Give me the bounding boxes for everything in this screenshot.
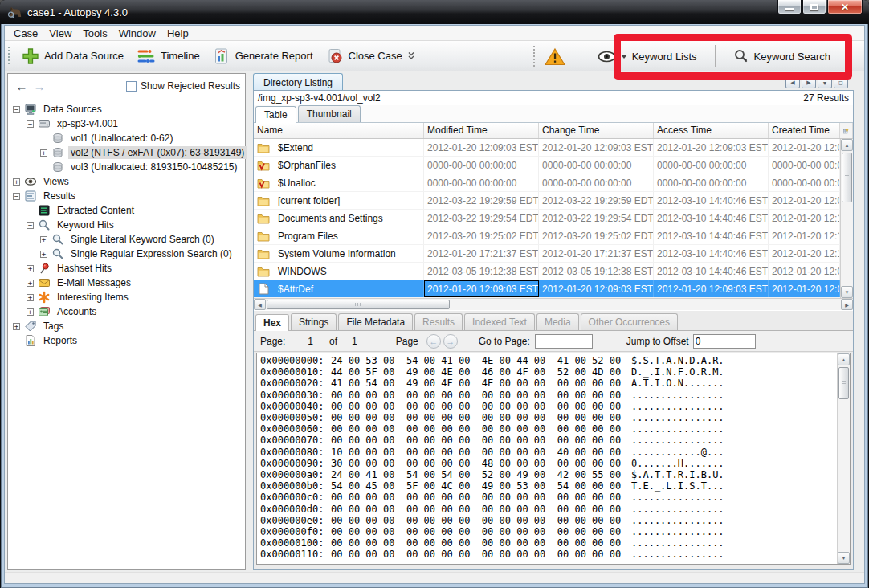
menu-item[interactable]: View [43, 27, 77, 40]
show-rejected-checkbox[interactable] [126, 81, 137, 92]
menu-item[interactable]: Case [8, 27, 43, 40]
tree-item-label[interactable]: Views [41, 175, 71, 188]
toolbar-grip[interactable] [8, 47, 10, 66]
tree-expander-icon[interactable] [40, 149, 47, 157]
panel-menu-icon[interactable]: ▼ [818, 77, 832, 88]
menu-item[interactable]: Tools [77, 27, 112, 40]
tree-item[interactable]: Data Sources [8, 102, 245, 116]
column-header-name[interactable]: Name [254, 123, 424, 138]
tree-item[interactable]: Single Regular Expression Search (0) [8, 247, 245, 261]
customize-columns-button[interactable] [840, 123, 853, 138]
tree-expander-icon[interactable] [13, 193, 20, 200]
maximize-button[interactable] [802, 0, 826, 14]
table-row[interactable]: $Unalloc 0000-00-00 00:00:00 0000-00-00 … [254, 174, 853, 192]
tree-item-label[interactable]: Extracted Content [55, 204, 137, 217]
add-data-source-button[interactable]: Add Data Source [15, 44, 130, 68]
scroll-up-icon[interactable]: ▲ [838, 353, 850, 365]
table-vertical-scrollbar[interactable]: ▲ ▼ [840, 139, 853, 298]
next-page-button[interactable]: → [443, 334, 458, 349]
scroll-thumb[interactable] [842, 153, 852, 202]
tree-item[interactable]: Keyword Hits [8, 218, 245, 232]
tree-expander-icon[interactable] [27, 265, 34, 272]
table-row[interactable]: $OrphanFiles 0000-00-00 00:00:00 0000-00… [254, 157, 853, 174]
viewer-tab[interactable]: Hex [255, 314, 289, 331]
column-header-access[interactable]: Access Time [654, 123, 769, 138]
column-header-modified[interactable]: Modified Time [424, 123, 539, 138]
viewer-tab[interactable]: Media [536, 313, 579, 330]
scroll-right-icon[interactable]: ▶ [841, 299, 853, 310]
tree-item-label[interactable]: vol3 (Unallocated: 8193150-10485215) [68, 161, 240, 174]
tree-item-label[interactable]: Keyword Hits [55, 218, 116, 231]
tree-expander-icon[interactable] [13, 323, 20, 330]
scroll-left-icon[interactable]: ◀ [254, 299, 266, 310]
goto-page-input[interactable] [535, 334, 593, 349]
tree-item-label[interactable]: Data Sources [41, 103, 104, 116]
tree-expander-icon[interactable] [40, 251, 47, 258]
generate-report-button[interactable]: Generate Report [206, 44, 320, 68]
table-row[interactable]: $Extend 2012-01-20 12:09:03 EST 2012-01-… [254, 139, 853, 157]
tree-item[interactable]: xp-sp3-v4.001 [8, 116, 245, 131]
tree-item[interactable]: Interesting Items [8, 290, 245, 304]
tree-item-label[interactable]: Accounts [55, 305, 99, 318]
column-header-created[interactable]: Created Time [769, 123, 840, 138]
tree-item-label[interactable]: Tags [41, 320, 66, 333]
tree-expander-icon[interactable] [27, 120, 34, 128]
tree-expander-icon[interactable] [27, 294, 34, 301]
keyword-lists-button[interactable]: Keyword Lists [591, 47, 704, 66]
jump-to-offset-input[interactable] [693, 334, 756, 349]
view-tab[interactable]: Table [255, 106, 296, 123]
tree-expander-icon[interactable] [40, 236, 47, 243]
scroll-up-icon[interactable]: ▲ [841, 139, 853, 151]
viewer-tab[interactable]: Other Occurrences [581, 313, 678, 330]
tree-item[interactable]: vol1 (Unallocated: 0-62) [8, 131, 245, 145]
scroll-thumb[interactable] [838, 367, 849, 399]
scroll-down-icon[interactable]: ▼ [841, 286, 853, 298]
warning-icon[interactable] [545, 47, 565, 66]
viewer-tab[interactable]: Indexed Text [464, 313, 535, 330]
tree-item[interactable]: Accounts [8, 304, 245, 319]
table-horizontal-scrollbar[interactable]: ◀ ▶ [254, 298, 853, 310]
tree-item-label[interactable]: Interesting Items [55, 291, 131, 304]
prev-page-button[interactable]: ← [426, 334, 441, 349]
tree-item-label[interactable]: Single Regular Expression Search (0) [68, 247, 235, 260]
panel-prev-icon[interactable]: ◀ [785, 77, 800, 88]
tree-expander-icon[interactable] [13, 106, 20, 113]
viewer-tab[interactable]: Strings [291, 313, 337, 330]
table-row[interactable]: [current folder] 2012-03-22 19:29:59 EDT… [254, 192, 853, 210]
view-tab[interactable]: Thumbnail [298, 105, 361, 122]
overflow-chevron-icon[interactable] [407, 51, 415, 61]
scroll-down-icon[interactable]: ▼ [838, 552, 850, 564]
panel-next-icon[interactable]: ▶ [802, 77, 816, 88]
table-row[interactable]: Program Files 2012-03-20 19:25:02 EDT 20… [254, 227, 853, 245]
forward-button[interactable]: → [31, 78, 48, 94]
tab-directory-listing[interactable]: Directory Listing [253, 73, 343, 91]
tree-item[interactable]: E-Mail Messages [8, 276, 245, 290]
menu-item[interactable]: Window [113, 27, 161, 40]
tree-item[interactable]: Results [8, 189, 245, 203]
viewer-tab[interactable]: Results [414, 313, 463, 330]
close-button[interactable]: ✕ [827, 0, 863, 14]
menu-item[interactable]: Help [161, 27, 194, 40]
tree-item-label[interactable]: Hashset Hits [55, 262, 114, 275]
viewer-tab[interactable]: File Metadata [338, 313, 413, 330]
table-row[interactable]: WINDOWS 2012-03-05 19:12:38 EST 2012-03-… [254, 263, 853, 280]
tree-item[interactable]: Single Literal Keyword Search (0) [8, 232, 245, 247]
scroll-thumb[interactable] [267, 300, 450, 309]
tree-item[interactable]: vol2 (NTFS / exFAT (0x07): 63-8193149) [8, 145, 245, 160]
minimize-button[interactable] [777, 0, 802, 14]
tree-item-label[interactable]: xp-sp3-v4.001 [55, 117, 120, 130]
table-row[interactable]: $AttrDef 2012-01-20 12:09:03 EST 2012-01… [254, 280, 853, 298]
tree-item[interactable]: Extracted Content [8, 203, 245, 218]
timeline-button[interactable]: Timeline [130, 45, 206, 67]
table-row[interactable]: Documents and Settings 2012-03-22 19:29:… [254, 210, 853, 227]
tree-item[interactable]: Tags [8, 319, 245, 333]
tree-expander-icon[interactable] [27, 308, 34, 316]
tree-item[interactable]: Views [8, 174, 245, 189]
tree-expander-icon[interactable] [27, 222, 34, 229]
tree-item-label[interactable]: vol2 (NTFS / exFAT (0x07): 63-8193149) [68, 146, 247, 159]
tree-item[interactable]: Reports [8, 333, 245, 348]
tree-expander-icon[interactable] [27, 280, 34, 287]
show-rejected-results[interactable]: Show Rejected Results [126, 80, 240, 92]
column-header-change[interactable]: Change Time [539, 123, 654, 138]
tree-item-label[interactable]: Reports [41, 334, 80, 347]
